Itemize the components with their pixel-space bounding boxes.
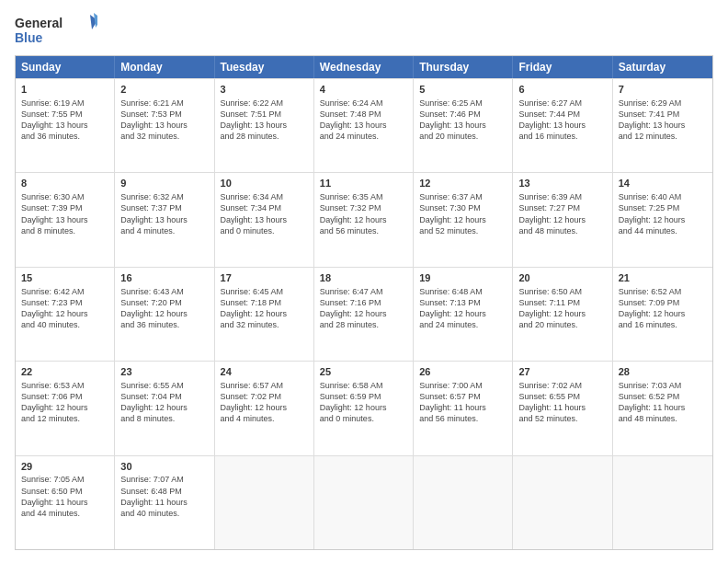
page: General Blue SundayMondayTuesdayWednesda…: [0, 0, 728, 563]
weekday-header-monday: Monday: [115, 56, 214, 78]
day-info: Sunrise: 6:35 AM Sunset: 7:32 PM Dayligh…: [320, 191, 407, 236]
day-number: 27: [518, 365, 606, 379]
day-number: 13: [518, 177, 606, 190]
weekday-header-sunday: Sunday: [16, 56, 115, 78]
svg-text:General: General: [15, 16, 63, 30]
day-info: Sunrise: 6:47 AM Sunset: 7:16 PM Dayligh…: [320, 286, 407, 331]
day-number: 14: [619, 177, 707, 190]
day-info: Sunrise: 6:24 AM Sunset: 7:48 PM Dayligh…: [320, 98, 407, 143]
day-info: Sunrise: 6:52 AM Sunset: 7:09 PM Dayligh…: [619, 286, 707, 331]
day-cell-7: 7Sunrise: 6:29 AM Sunset: 7:41 PM Daylig…: [613, 79, 712, 172]
day-cell-25: 25Sunrise: 6:58 AM Sunset: 6:59 PM Dayli…: [314, 362, 414, 454]
calendar-header-row: SundayMondayTuesdayWednesdayThursdayFrid…: [16, 56, 712, 78]
day-number: 16: [120, 271, 208, 285]
day-number: 5: [419, 83, 506, 97]
day-info: Sunrise: 6:55 AM Sunset: 7:04 PM Dayligh…: [120, 380, 208, 425]
day-cell-5: 5Sunrise: 6:25 AM Sunset: 7:46 PM Daylig…: [414, 79, 513, 172]
day-number: 10: [221, 177, 308, 190]
calendar-body: 1Sunrise: 6:19 AM Sunset: 7:55 PM Daylig…: [16, 78, 712, 549]
day-cell-13: 13Sunrise: 6:39 AM Sunset: 7:27 PM Dayli…: [513, 173, 612, 266]
day-cell-9: 9Sunrise: 6:32 AM Sunset: 7:37 PM Daylig…: [115, 173, 214, 266]
day-number: 4: [320, 83, 407, 97]
day-cell-1: 1Sunrise: 6:19 AM Sunset: 7:55 PM Daylig…: [16, 79, 115, 172]
day-number: 26: [419, 365, 506, 379]
calendar-row-2: 8Sunrise: 6:30 AM Sunset: 7:39 PM Daylig…: [16, 172, 712, 266]
day-cell-4: 4Sunrise: 6:24 AM Sunset: 7:48 PM Daylig…: [314, 79, 414, 172]
day-number: 20: [518, 271, 606, 285]
day-number: 30: [120, 460, 208, 474]
day-info: Sunrise: 6:48 AM Sunset: 7:13 PM Dayligh…: [419, 286, 506, 331]
day-info: Sunrise: 6:30 AM Sunset: 7:39 PM Dayligh…: [21, 191, 108, 236]
day-cell-18: 18Sunrise: 6:47 AM Sunset: 7:16 PM Dayli…: [314, 268, 414, 361]
day-info: Sunrise: 6:58 AM Sunset: 6:59 PM Dayligh…: [320, 380, 407, 425]
day-info: Sunrise: 7:02 AM Sunset: 6:55 PM Dayligh…: [518, 380, 606, 425]
day-cell-15: 15Sunrise: 6:42 AM Sunset: 7:23 PM Dayli…: [16, 268, 115, 361]
empty-cell: [314, 456, 414, 549]
day-cell-30: 30Sunrise: 7:07 AM Sunset: 6:48 PM Dayli…: [115, 456, 214, 549]
empty-cell: [414, 456, 513, 549]
calendar-row-3: 15Sunrise: 6:42 AM Sunset: 7:23 PM Dayli…: [16, 267, 712, 361]
day-cell-23: 23Sunrise: 6:55 AM Sunset: 7:04 PM Dayli…: [115, 362, 214, 454]
day-cell-14: 14Sunrise: 6:40 AM Sunset: 7:25 PM Dayli…: [613, 173, 712, 266]
day-info: Sunrise: 6:57 AM Sunset: 7:02 PM Dayligh…: [221, 380, 308, 425]
day-cell-17: 17Sunrise: 6:45 AM Sunset: 7:18 PM Dayli…: [215, 268, 314, 361]
day-cell-24: 24Sunrise: 6:57 AM Sunset: 7:02 PM Dayli…: [215, 362, 314, 454]
day-info: Sunrise: 6:22 AM Sunset: 7:51 PM Dayligh…: [221, 98, 308, 143]
day-cell-11: 11Sunrise: 6:35 AM Sunset: 7:32 PM Dayli…: [314, 173, 414, 266]
day-info: Sunrise: 6:42 AM Sunset: 7:23 PM Dayligh…: [21, 286, 108, 331]
day-number: 11: [320, 177, 407, 190]
weekday-header-thursday: Thursday: [414, 56, 513, 78]
day-cell-2: 2Sunrise: 6:21 AM Sunset: 7:53 PM Daylig…: [115, 79, 214, 172]
logo: General Blue: [15, 13, 97, 48]
day-info: Sunrise: 6:53 AM Sunset: 7:06 PM Dayligh…: [21, 380, 108, 425]
day-cell-8: 8Sunrise: 6:30 AM Sunset: 7:39 PM Daylig…: [16, 173, 115, 266]
day-info: Sunrise: 6:45 AM Sunset: 7:18 PM Dayligh…: [221, 286, 308, 331]
day-number: 12: [419, 177, 506, 190]
day-number: 6: [518, 83, 606, 97]
day-number: 15: [21, 271, 108, 285]
calendar-row-5: 29Sunrise: 7:05 AM Sunset: 6:50 PM Dayli…: [16, 455, 712, 549]
day-number: 21: [619, 271, 707, 285]
day-info: Sunrise: 6:19 AM Sunset: 7:55 PM Dayligh…: [21, 98, 108, 143]
day-cell-21: 21Sunrise: 6:52 AM Sunset: 7:09 PM Dayli…: [613, 268, 712, 361]
header: General Blue: [15, 13, 713, 48]
day-info: Sunrise: 7:07 AM Sunset: 6:48 PM Dayligh…: [120, 474, 208, 519]
day-cell-29: 29Sunrise: 7:05 AM Sunset: 6:50 PM Dayli…: [16, 456, 115, 549]
day-number: 25: [320, 365, 407, 379]
day-info: Sunrise: 7:05 AM Sunset: 6:50 PM Dayligh…: [21, 474, 108, 519]
day-cell-22: 22Sunrise: 6:53 AM Sunset: 7:06 PM Dayli…: [16, 362, 115, 454]
day-info: Sunrise: 6:21 AM Sunset: 7:53 PM Dayligh…: [120, 98, 208, 143]
day-number: 17: [221, 271, 308, 285]
day-cell-10: 10Sunrise: 6:34 AM Sunset: 7:34 PM Dayli…: [215, 173, 314, 266]
day-number: 1: [21, 83, 108, 97]
day-number: 8: [21, 177, 108, 190]
day-info: Sunrise: 6:50 AM Sunset: 7:11 PM Dayligh…: [518, 286, 606, 331]
day-number: 2: [120, 83, 208, 97]
weekday-header-saturday: Saturday: [613, 56, 712, 78]
weekday-header-friday: Friday: [513, 56, 612, 78]
logo-svg: General Blue: [15, 13, 97, 48]
day-info: Sunrise: 6:37 AM Sunset: 7:30 PM Dayligh…: [419, 191, 506, 236]
day-number: 19: [419, 271, 506, 285]
day-number: 9: [120, 177, 208, 190]
day-cell-27: 27Sunrise: 7:02 AM Sunset: 6:55 PM Dayli…: [513, 362, 612, 454]
day-number: 23: [120, 365, 208, 379]
calendar-row-4: 22Sunrise: 6:53 AM Sunset: 7:06 PM Dayli…: [16, 361, 712, 454]
empty-cell: [613, 456, 712, 549]
day-cell-3: 3Sunrise: 6:22 AM Sunset: 7:51 PM Daylig…: [215, 79, 314, 172]
day-number: 24: [221, 365, 308, 379]
day-info: Sunrise: 7:03 AM Sunset: 6:52 PM Dayligh…: [619, 380, 707, 425]
day-info: Sunrise: 7:00 AM Sunset: 6:57 PM Dayligh…: [419, 380, 506, 425]
weekday-header-tuesday: Tuesday: [215, 56, 314, 78]
day-cell-12: 12Sunrise: 6:37 AM Sunset: 7:30 PM Dayli…: [414, 173, 513, 266]
day-info: Sunrise: 6:40 AM Sunset: 7:25 PM Dayligh…: [619, 191, 707, 236]
calendar-row-1: 1Sunrise: 6:19 AM Sunset: 7:55 PM Daylig…: [16, 78, 712, 172]
day-cell-26: 26Sunrise: 7:00 AM Sunset: 6:57 PM Dayli…: [414, 362, 513, 454]
day-info: Sunrise: 6:39 AM Sunset: 7:27 PM Dayligh…: [518, 191, 606, 236]
day-number: 3: [221, 83, 308, 97]
day-number: 29: [21, 460, 108, 474]
day-number: 7: [619, 83, 707, 97]
calendar: SundayMondayTuesdayWednesdayThursdayFrid…: [15, 55, 713, 550]
empty-cell: [513, 456, 612, 549]
day-number: 22: [21, 365, 108, 379]
